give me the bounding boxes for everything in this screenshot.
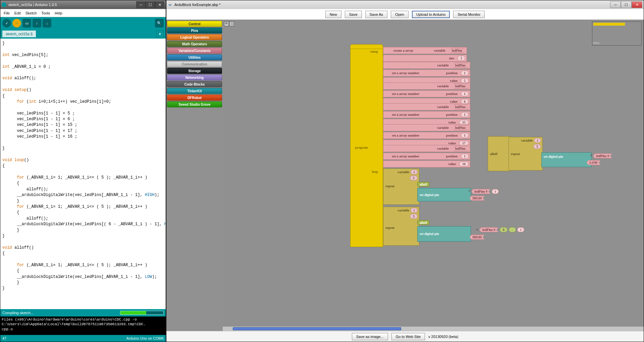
serial-monitor-button[interactable]: 🔍: [155, 19, 164, 28]
tabbar: sketch_oct15a § ▾: [0, 29, 166, 39]
block-repeat[interactable]: variable i 5 repeat: [383, 168, 419, 205]
line-number: 47: [2, 336, 6, 340]
minimap[interactable]: Main: [592, 21, 642, 46]
ardublock-window: ArduBlock forExample.abp * ─ ☐ ✕ New Sav…: [166, 0, 644, 342]
save-button[interactable]: Save: [345, 11, 362, 18]
footer: 47 Arduino Uno on COM6: [0, 335, 166, 342]
block-alloff-call[interactable]: alloff: [417, 220, 429, 225]
drawer-dfrobot[interactable]: DFRobot: [167, 95, 222, 101]
block-set-array-number[interactable]: variableledPinsset a array numberpositio…: [383, 83, 470, 106]
block-set-array-number[interactable]: variableledPinsset a array numberpositio…: [383, 103, 470, 127]
block-set-array-number[interactable]: variableledPinsset a array numberpositio…: [383, 62, 470, 85]
serial-monitor-button[interactable]: Serial Monitor: [453, 11, 485, 18]
block-alloff-def[interactable]: alloff: [488, 136, 511, 171]
close-button[interactable]: ✕: [632, 1, 642, 8]
setup-label: setup: [368, 49, 381, 54]
tab-sketch[interactable]: sketch_oct15a §: [2, 31, 36, 37]
website-button[interactable]: Go to Web Site: [391, 333, 425, 340]
statusbar: Compiling sketch...: [0, 309, 166, 316]
arduino-titlebar[interactable]: sketch_oct15a | Arduino 1.0.5 ─ ☐ ✕: [0, 0, 166, 9]
close-button[interactable]: ✕: [155, 1, 164, 8]
verify-button[interactable]: ✓: [2, 19, 11, 28]
ardublock-body: ControlPinsLogical OperatorsMath Operato…: [166, 20, 644, 331]
drawer-code-blocks[interactable]: Code Blocks: [167, 81, 222, 87]
block-repeat[interactable]: variable i 5 repeat: [508, 137, 543, 170]
progress-bar: [120, 311, 164, 315]
horizontal-scrollbar[interactable]: [223, 326, 644, 331]
menu-edit[interactable]: Edit: [12, 10, 23, 16]
drawer-networking[interactable]: Networking: [167, 75, 222, 81]
minimap-label: Main: [593, 41, 600, 45]
version-label: v 20130920 (beta): [428, 335, 458, 339]
menu-sketch[interactable]: Sketch: [23, 10, 39, 16]
block-set-array-number[interactable]: variableledPinsset a array numberpositio…: [383, 145, 470, 168]
new-button[interactable]: New: [325, 11, 341, 18]
save-button[interactable]: ↓: [43, 19, 51, 28]
max-button[interactable]: ☐: [621, 1, 632, 8]
block-canvas[interactable]: ⟳ ◻ Main setup program loop create a arr…: [223, 20, 644, 331]
drawer-pins[interactable]: Pins: [167, 28, 222, 34]
saveas-button[interactable]: Save As: [365, 11, 387, 18]
block-set-digital-pin[interactable]: set digital pin # ledPins # LOW: [541, 152, 592, 167]
program-label: program: [353, 145, 371, 150]
code[interactable]: } int vec_ledPins[5]; int _ABVAR_1_i = 0…: [2, 41, 164, 292]
max-button[interactable]: ☐: [146, 1, 155, 8]
arduino-window: sketch_oct15a | Arduino 1.0.5 ─ ☐ ✕ File…: [0, 0, 166, 342]
scrollbar-thumb[interactable]: [233, 327, 401, 330]
block-create-array[interactable]: create a array variable ledPins size 5: [383, 47, 467, 62]
drawer-variables-constants[interactable]: Variables/Constants: [167, 48, 222, 54]
block-set-digital-pin[interactable]: set digital pin # ledPins # i HIGH: [417, 188, 471, 201]
upload-button[interactable]: Upload to Arduino: [412, 11, 450, 18]
drawer-control[interactable]: Control: [167, 21, 222, 27]
ardublock-toolbar: New Save Save As Open Upload to Arduino …: [166, 9, 644, 20]
menu-file[interactable]: File: [2, 10, 12, 16]
drawer-tinkerkit[interactable]: TinkerKit: [167, 88, 222, 94]
drawer-utilities[interactable]: Utilities: [167, 54, 222, 60]
zoom-controls: ⟳ ◻: [224, 21, 234, 26]
open-button[interactable]: Open: [391, 11, 409, 18]
menu-tools[interactable]: Tools: [39, 10, 52, 16]
block-set-digital-pin[interactable]: set digital pin # ledPins # 6 - i HIGH: [417, 226, 471, 242]
save-image-button[interactable]: Save as image...: [352, 333, 388, 340]
drawer-storage[interactable]: Storage: [167, 68, 222, 74]
toolbar: ✓ → ▭ ↑ ↓ 🔍: [0, 17, 166, 29]
upload-button[interactable]: →: [12, 19, 21, 28]
arduino-app-icon: [2, 2, 6, 7]
block-drawer: ControlPinsLogical OperatorsMath Operato…: [166, 20, 223, 331]
code-editor[interactable]: } int vec_ledPins[5]; int _ABVAR_1_i = 0…: [0, 39, 166, 309]
drawer-communication[interactable]: Communication: [167, 61, 222, 67]
menu-help[interactable]: Help: [53, 10, 64, 16]
block-repeat[interactable]: variable i 5 repeat: [383, 207, 419, 246]
java-icon: [168, 2, 172, 7]
menubar: File Edit Sketch Tools Help: [0, 9, 166, 17]
min-button[interactable]: ─: [610, 1, 621, 8]
block-program[interactable]: setup program loop: [350, 44, 383, 247]
zoom-fit-button[interactable]: ◻: [229, 21, 234, 26]
console-line: cpp.o: [2, 327, 164, 332]
block-set-array-number[interactable]: variableledPinsset a array numberpositio…: [383, 124, 470, 147]
drawer-math-operators[interactable]: Math Operators: [167, 41, 222, 47]
tab-menu-button[interactable]: ▾: [156, 30, 164, 38]
zoom-reset-button[interactable]: ⟳: [224, 21, 229, 26]
console-line: C:\Users\Jim\AppData\Local\Temp\build676…: [2, 322, 164, 327]
min-button[interactable]: ─: [136, 1, 146, 8]
drawer-seeed-studio-grove[interactable]: Seeed Studio Grove: [167, 101, 222, 107]
open-button[interactable]: ↑: [33, 19, 41, 28]
ardublock-title: ArduBlock forExample.abp *: [174, 3, 221, 7]
console[interactable]: Files (x86)\Arduino\hardware\arduino\cor…: [0, 316, 166, 335]
arduino-title: sketch_oct15a | Arduino 1.0.5: [8, 3, 57, 7]
console-line: Files (x86)\Arduino\hardware\arduino\cor…: [2, 317, 164, 322]
status-text: Compiling sketch...: [2, 311, 34, 315]
ardublock-titlebar[interactable]: ArduBlock forExample.abp * ─ ☐ ✕: [166, 0, 644, 9]
loop-label: loop: [369, 169, 381, 174]
new-button[interactable]: ▭: [22, 19, 31, 28]
board-port: Arduino Uno on COM6: [126, 336, 164, 340]
ardublock-bottom-toolbar: Save as image... Go to Web Site v 201309…: [166, 331, 644, 342]
drawer-logical-operators[interactable]: Logical Operators: [167, 34, 222, 40]
block-alloff-call[interactable]: alloff: [417, 182, 429, 187]
